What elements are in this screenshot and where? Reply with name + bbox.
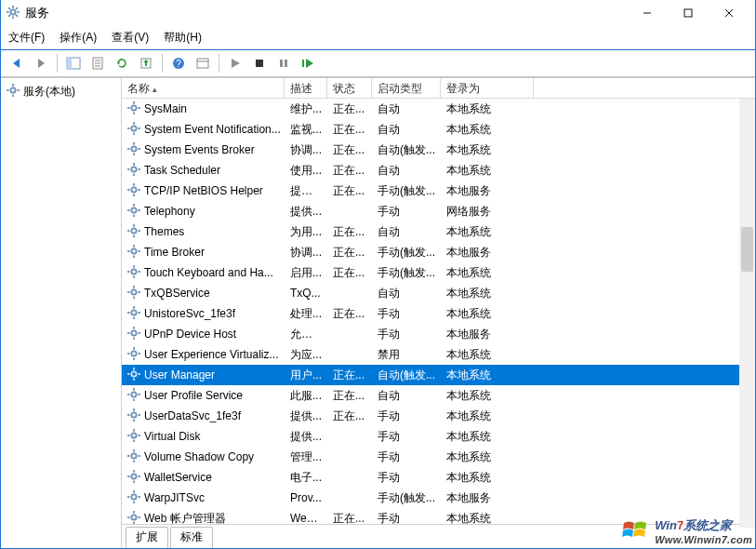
svg-marker-33 — [306, 59, 313, 68]
gear-icon — [127, 306, 140, 322]
properties-button[interactable] — [87, 53, 108, 74]
service-row[interactable]: UserDataSvc_1fe3f提供...正在...手动本地系统 — [122, 406, 755, 426]
service-row[interactable]: WarpJITSvcProv...手动(触发...本地服务 — [122, 488, 755, 508]
play-icon — [230, 58, 241, 69]
window-minimize-button[interactable] — [627, 0, 668, 26]
service-startup: 自动 — [372, 286, 441, 301]
toolbar-separator — [57, 54, 58, 73]
console-tree[interactable]: 服务(本地) — [1, 78, 122, 548]
service-state: 正在... — [327, 183, 372, 199]
stop-service-button[interactable] — [249, 53, 270, 74]
service-row[interactable]: Touch Keyboard and Ha...启用...正在...手动(触发.… — [122, 262, 755, 283]
service-startup: 自动 — [372, 101, 441, 117]
gear-icon — [127, 224, 140, 240]
column-header-logon[interactable]: 登录为 — [441, 78, 534, 98]
service-state: 正在... — [327, 245, 372, 261]
service-row[interactable]: Volume Shadow Copy管理...手动本地系统 — [122, 447, 755, 467]
properties-icon — [91, 57, 104, 70]
pause-icon — [278, 58, 289, 69]
service-logon: 本地系统 — [441, 408, 534, 424]
tab-standard[interactable]: 标准 — [170, 527, 213, 548]
tree-node-services-local[interactable]: 服务(本地) — [5, 82, 117, 101]
service-description: 提供... — [285, 408, 327, 424]
service-description: 为用... — [285, 224, 327, 240]
service-row[interactable]: User Profile Service此服...正在...自动本地系统 — [122, 385, 755, 406]
svg-point-139 — [131, 515, 136, 519]
service-row[interactable]: UnistoreSvc_1fe3f处理...正在...手动本地系统 — [122, 303, 755, 324]
menu-action[interactable]: 操作(A) — [60, 30, 97, 46]
menu-help[interactable]: 帮助(H) — [164, 30, 202, 46]
column-header-startup[interactable]: 启动类型 — [372, 78, 441, 98]
service-description: 管理... — [285, 449, 327, 465]
svg-point-39 — [131, 105, 136, 110]
service-startup: 手动(触发... — [372, 183, 441, 199]
refresh-button[interactable] — [112, 53, 132, 74]
window-titlebar[interactable]: 服务 — [1, 0, 755, 26]
start-service-button[interactable] — [225, 53, 245, 74]
service-row[interactable]: Themes为用...正在...自动本地系统 — [122, 221, 755, 242]
service-logon: 本地服务 — [441, 245, 534, 261]
service-startup: 手动 — [372, 511, 441, 525]
svg-marker-21 — [117, 62, 120, 65]
service-logon: 本地系统 — [441, 142, 534, 158]
service-startup: 手动 — [372, 429, 441, 445]
svg-point-74 — [131, 248, 136, 253]
svg-line-8 — [16, 7, 18, 9]
service-row[interactable]: System Events Broker协调...正在...自动(触发...本地… — [122, 140, 755, 160]
console-icon — [196, 57, 209, 70]
service-row[interactable]: System Event Notification...监视...正在...自动… — [122, 119, 755, 140]
service-row[interactable]: Time Broker协调...正在...手动(触发...本地服务 — [122, 242, 755, 262]
nav-back-button[interactable] — [7, 53, 27, 74]
service-row[interactable]: Virtual Disk提供...手动本地系统 — [122, 426, 755, 447]
export-list-button[interactable] — [136, 53, 156, 74]
toolbar: ? — [1, 50, 755, 76]
nav-forward-button[interactable] — [31, 53, 51, 74]
service-state: 正在... — [327, 265, 372, 281]
list-body[interactable]: SysMain维护...正在...自动本地系统System Event Noti… — [122, 99, 755, 524]
column-header-state[interactable]: 状态 — [327, 78, 372, 98]
service-row[interactable]: SysMain维护...正在...自动本地系统 — [122, 99, 755, 119]
vertical-scrollbar[interactable] — [739, 99, 755, 528]
menu-view[interactable]: 查看(V) — [112, 30, 149, 46]
menu-file[interactable]: 文件(F) — [8, 30, 45, 46]
help-button[interactable]: ? — [168, 53, 189, 74]
pause-service-button[interactable] — [273, 53, 294, 74]
gear-icon — [7, 84, 20, 100]
console-button[interactable] — [192, 53, 213, 74]
toolbar-separator — [162, 54, 163, 73]
content-area: 服务(本地) 名称 ▴ 描述 状态 启动类型 登录为 SysMain维护...正… — [1, 77, 755, 548]
svg-text:?: ? — [176, 59, 181, 69]
column-header-name[interactable]: 名称 ▴ — [122, 78, 285, 98]
column-header-description[interactable]: 描述 — [285, 78, 327, 98]
service-description: 使用... — [285, 163, 327, 179]
service-logon: 本地服务 — [441, 490, 534, 506]
service-row[interactable]: User Experience Virtualiz...为应...禁用本地系统 — [122, 344, 755, 365]
service-row[interactable]: User Manager用户...正在...自动(触发...本地系统 — [122, 365, 755, 385]
scrollbar-thumb[interactable] — [741, 227, 753, 272]
service-row[interactable]: Web 帐户管理器Web...正在...手动本地系统 — [122, 508, 755, 524]
service-description: 为应... — [285, 347, 327, 363]
show-hide-tree-button[interactable] — [63, 53, 84, 74]
window-maximize-button[interactable] — [668, 0, 709, 26]
service-description: 协调... — [285, 142, 327, 158]
tab-extended[interactable]: 扩展 — [126, 527, 168, 548]
service-startup: 手动 — [372, 449, 441, 465]
gear-icon — [127, 449, 140, 465]
svg-point-84 — [131, 289, 136, 294]
svg-point-79 — [131, 269, 136, 274]
gear-icon — [127, 101, 140, 117]
service-row[interactable]: Task Scheduler使用...正在...自动本地系统 — [122, 160, 755, 181]
restart-service-button[interactable] — [298, 53, 318, 74]
service-logon: 本地系统 — [441, 511, 534, 525]
service-row[interactable]: Telephony提供...手动网络服务 — [122, 201, 755, 221]
service-row[interactable]: WalletService电子...手动本地系统 — [122, 467, 755, 488]
service-row[interactable]: TxQBServiceTxQ...自动本地系统 — [122, 283, 755, 303]
service-name: WalletService — [144, 471, 212, 484]
service-row[interactable]: TCP/IP NetBIOS Helper提供 ...正在...手动(触发...… — [122, 181, 755, 201]
gear-icon — [127, 265, 140, 281]
gear-icon — [127, 470, 140, 486]
gear-icon — [127, 183, 140, 199]
window-close-button[interactable] — [709, 0, 749, 26]
service-name: System Event Notification... — [144, 123, 281, 136]
service-row[interactable]: UPnP Device Host允许 ...手动本地服务 — [122, 324, 755, 344]
